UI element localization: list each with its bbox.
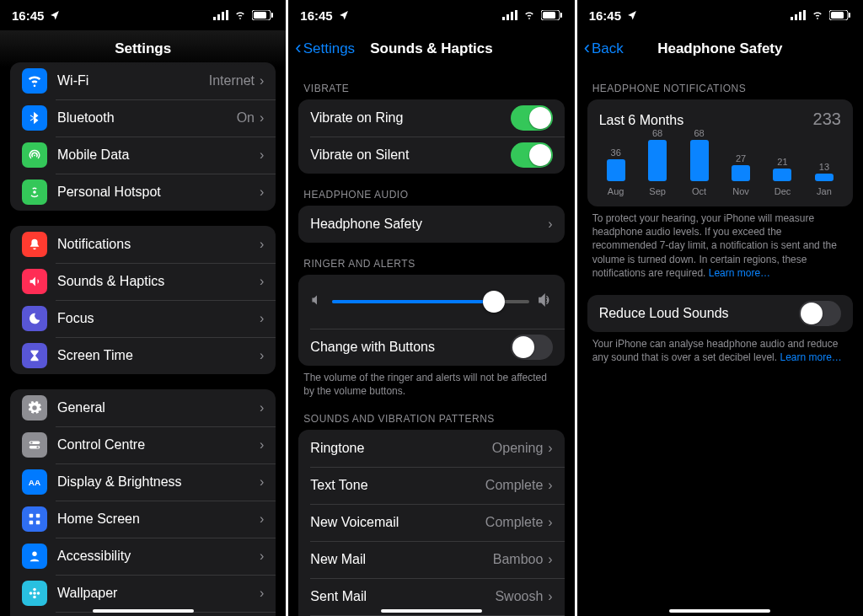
chevron-right-icon: › — [260, 549, 264, 564]
row-ringtone[interactable]: RingtoneOpening› — [298, 430, 564, 467]
row-vibrate-on-silent[interactable]: Vibrate on Silent — [298, 137, 564, 174]
battery-icon — [541, 10, 563, 20]
learn-more-link[interactable]: Learn more… — [709, 267, 770, 279]
row-screen-time[interactable]: Screen Time› — [10, 337, 276, 374]
value: Swoosh — [495, 589, 543, 604]
bar-label: Sep — [649, 186, 666, 196]
section-header-notifications: HEADPHONE NOTIFICATIONS — [587, 83, 853, 99]
chevron-right-icon: › — [260, 311, 264, 326]
row-general[interactable]: General› — [10, 389, 276, 426]
chevron-right-icon: › — [548, 515, 552, 530]
slider-thumb[interactable] — [483, 291, 505, 313]
chevron-right-icon: › — [260, 400, 264, 415]
antenna-icon — [22, 142, 47, 168]
svg-rect-41 — [849, 13, 850, 18]
svg-rect-40 — [831, 12, 844, 19]
chart-card: Last 6 Months 233 36Aug68Sep68Oct27Nov21… — [587, 99, 853, 206]
row-display-brightness[interactable]: Display & Brightness› — [10, 463, 276, 501]
row-vibrate-on-ring[interactable]: Vibrate on Ring — [298, 99, 564, 137]
nav-bar: ‹Settings Sounds & Haptics — [288, 30, 574, 67]
svg-rect-23 — [222, 12, 224, 20]
screen-headphone-safety: 16:45 ‹Back Headphone Safety HEADPHONE N… — [577, 0, 863, 616]
status-right — [213, 10, 274, 20]
row-volume-slider[interactable] — [298, 275, 564, 329]
back-button[interactable]: ‹Settings — [295, 40, 355, 58]
bell-icon — [22, 232, 47, 257]
label: Home Screen — [57, 512, 260, 527]
chevron-right-icon: › — [260, 237, 264, 252]
learn-more-link[interactable]: Learn more… — [780, 351, 841, 363]
chevron-right-icon: › — [260, 73, 264, 88]
row-wi-fi[interactable]: Wi-FiInternet› — [10, 62, 276, 99]
row-text-tone[interactable]: Text ToneComplete› — [298, 467, 564, 504]
gear-icon — [22, 395, 47, 420]
value: Bamboo — [493, 552, 544, 567]
section-header-headphone-audio: HEADPHONE AUDIO — [298, 189, 564, 206]
svg-rect-27 — [271, 13, 273, 18]
toggle-reduce-loud-sounds[interactable] — [799, 301, 841, 326]
home-indicator[interactable] — [669, 609, 770, 613]
toggle-vibrate-silent[interactable] — [511, 142, 553, 168]
row-notifications[interactable]: Notifications› — [10, 226, 276, 263]
svg-rect-33 — [543, 12, 555, 19]
nav-title: Headphone Safety — [657, 40, 782, 57]
row-home-screen[interactable]: Home Screen› — [10, 501, 276, 538]
label: Display & Brightness — [57, 474, 260, 490]
chevron-right-icon: › — [548, 478, 552, 493]
chevron-right-icon: › — [260, 110, 264, 126]
toggle-change-with-buttons[interactable] — [511, 335, 553, 360]
value: Opening — [492, 441, 544, 456]
bar-label: Nov — [732, 186, 749, 196]
row-change-with-buttons[interactable]: Change with Buttons — [298, 329, 564, 366]
row-new-voicemail[interactable]: New VoicemailComplete› — [298, 504, 564, 541]
back-button[interactable]: ‹Back — [584, 40, 624, 58]
row-wallpaper[interactable]: Wallpaper› — [10, 575, 276, 612]
row-sounds-haptics[interactable]: Sounds & Haptics› — [10, 263, 276, 300]
person-icon — [22, 544, 47, 569]
bluetooth-icon — [22, 105, 47, 131]
wifi-icon — [233, 10, 247, 20]
label: Mobile Data — [57, 147, 260, 163]
bar — [732, 165, 750, 181]
label: Bluetooth — [57, 110, 237, 126]
row-reduce-loud-sounds[interactable]: Reduce Loud Sounds — [587, 295, 853, 332]
section-header-ringer-alerts: RINGER AND ALERTS — [298, 258, 564, 275]
location-icon — [626, 9, 638, 21]
status-time: 16:45 — [12, 8, 44, 23]
chevron-right-icon: › — [260, 147, 264, 163]
bar — [773, 169, 791, 181]
nav-bar: ‹Back Headphone Safety — [577, 30, 863, 67]
home-indicator[interactable] — [93, 609, 194, 613]
row-mobile-data[interactable]: Mobile Data› — [10, 137, 276, 174]
row-personal-hotspot[interactable]: Personal Hotspot› — [10, 174, 276, 211]
footer-notifications: To protect your hearing, your iPhone wil… — [587, 206, 853, 280]
cellular-icon — [791, 10, 806, 20]
value: Internet — [209, 73, 255, 88]
chevron-right-icon: › — [260, 586, 264, 601]
row-bluetooth[interactable]: BluetoothOn› — [10, 99, 276, 137]
label: Headphone Safety — [310, 217, 548, 232]
row-headphone-safety[interactable]: Headphone Safety › — [298, 206, 564, 243]
bar-jan: 13Jan — [807, 162, 841, 196]
chevron-right-icon: › — [260, 512, 264, 527]
switches-icon — [22, 432, 47, 458]
row-control-centre[interactable]: Control Centre› — [10, 426, 276, 463]
bar-label: Oct — [692, 186, 706, 196]
toggle-vibrate-ring[interactable] — [511, 105, 553, 131]
svg-rect-35 — [791, 17, 793, 20]
chart-total: 233 — [813, 110, 841, 129]
bar-value: 21 — [777, 157, 787, 167]
speaker-high-icon — [538, 292, 553, 311]
wifi-icon — [523, 10, 536, 20]
svg-rect-38 — [803, 10, 806, 20]
chevron-right-icon: › — [260, 185, 264, 200]
svg-rect-31 — [515, 10, 517, 20]
row-new-mail[interactable]: New MailBamboo› — [298, 541, 564, 578]
row-focus[interactable]: Focus› — [10, 300, 276, 337]
status-right — [502, 10, 563, 20]
home-indicator[interactable] — [381, 609, 482, 613]
footer-reduce-loud: Your iPhone can analyse headphone audio … — [587, 332, 853, 364]
chevron-right-icon: › — [260, 474, 264, 490]
volume-slider[interactable] — [332, 300, 528, 303]
row-accessibility[interactable]: Accessibility› — [10, 538, 276, 575]
